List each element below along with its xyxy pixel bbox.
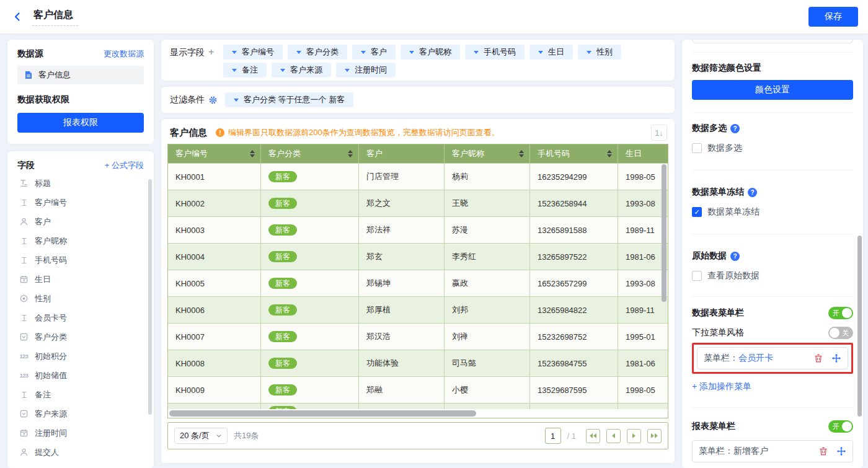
display-field-chip[interactable]: 客户编号 [223,45,283,60]
field-item[interactable]: 客户 [17,212,154,231]
delete-icon[interactable] [818,446,828,456]
field-label: 客户分类 [35,332,67,343]
move-icon[interactable] [831,353,841,363]
sort-arrows-icon[interactable] [250,150,255,157]
save-button[interactable]: 保存 [808,7,858,27]
divider [692,170,853,170]
table-cell: 新客 [261,377,359,403]
display-field-chip[interactable]: 客户分类 [288,45,347,60]
delete-icon[interactable] [813,353,823,363]
display-field-chip[interactable]: 注册时间 [336,63,396,77]
field-label: 会员卡号 [35,312,67,324]
field-item[interactable]: 客户来源 [17,404,154,423]
datasource-name: 客户信息 [38,69,71,81]
table-cell: KH0004 [168,244,261,270]
menu-freeze-checkbox-row[interactable]: 数据菜单冻结 [692,206,853,218]
filter-condition-chip[interactable]: 客户分类 等于任意一个 新客 [225,92,353,107]
fields-scrollbar[interactable] [148,179,152,415]
field-label: 客户 [35,216,51,227]
field-item[interactable]: 手机号码 [17,250,154,270]
multi-select-checkbox-row[interactable]: 数据多选 [692,143,853,154]
field-item[interactable]: 注册时间 [17,423,154,443]
display-field-chip[interactable]: 生日 [529,45,573,60]
display-field-chip[interactable]: 备注 [223,63,267,77]
table-menu-item[interactable]: 菜单栏： 会员开卡 [697,347,848,369]
add-formula-field-link[interactable]: + 公式字段 [105,160,144,171]
table-cell: 1989-11 [618,297,668,323]
sort-order-tool[interactable]: 1↓ [651,125,667,141]
checkbox[interactable] [692,143,702,153]
multi-select-title: 数据多选 ? [692,123,853,134]
column-header[interactable]: 客户分类 [261,144,359,163]
column-header[interactable]: 客户昵称 [445,144,530,163]
select-icon [19,332,29,342]
display-field-chip[interactable]: 客户 [352,45,396,60]
field-item[interactable]: 123初始储值 [17,366,154,385]
field-item[interactable]: 会员卡号 [17,308,154,327]
help-icon[interactable]: ? [730,124,740,133]
table-menu-toggle[interactable]: 开 [828,307,853,319]
table-cell: KH0007 [168,324,261,350]
back-button[interactable] [10,9,25,24]
datasource-item[interactable]: 客户信息 [17,66,144,84]
menu-item-name[interactable]: 会员开卡 [738,353,773,364]
table-cell: 郑厚植 [359,297,445,323]
display-field-chip[interactable]: 手机号码 [465,45,525,60]
gear-icon[interactable] [208,95,218,105]
filter-card: 过滤条件 客户分类 等于任意一个 新客 [161,87,675,113]
table-title: 客户信息 [170,127,207,139]
first-page-button[interactable] [586,429,600,443]
next-page-button[interactable] [627,429,641,443]
table-cell: 新客 [261,297,359,323]
field-item[interactable]: 备注 [17,385,154,404]
fields-card: 字段 + 公式字段 标题客户编号客户客户昵称手机号码生日性别会员卡号客户分类12… [7,151,154,468]
report-menu-item[interactable]: 菜单栏： 新增客户 [692,440,853,462]
table-cell: 小樱 [445,377,530,403]
horizontal-scrollbar[interactable] [169,410,476,417]
dropdown-style-toggle[interactable]: 关 [828,327,853,339]
menu-item-name[interactable]: 新增客户 [733,446,768,457]
settings-scrollbar[interactable] [857,236,862,417]
field-item[interactable]: 生日 [17,270,154,289]
field-item[interactable]: 标题 [17,174,154,193]
text-icon [19,237,29,245]
field-label: 客户昵称 [35,236,67,247]
table-cell: 1998-05 [618,377,668,403]
prev-page-button[interactable] [606,429,621,443]
vertical-scrollbar[interactable] [662,164,666,302]
raw-data-checkbox-row[interactable]: 查看原始数据 [692,270,853,281]
last-page-button[interactable] [647,429,662,443]
move-icon[interactable] [836,446,846,456]
report-menu-toggle[interactable]: 开 [828,420,853,433]
checkbox[interactable] [692,207,702,217]
column-header[interactable]: 生日 [618,144,668,163]
field-item[interactable]: 客户编号 [17,193,154,212]
help-icon[interactable]: ? [730,252,740,261]
report-permission-button[interactable]: 报表权限 [17,113,144,133]
table-cell: 郑之文 [359,190,445,216]
help-icon[interactable]: ? [748,188,757,197]
sort-arrows-icon[interactable] [348,150,353,157]
add-action-menu-link[interactable]: + 添加操作菜单 [692,381,751,392]
field-item[interactable]: 提交人 [17,443,154,462]
sort-arrows-icon[interactable] [607,150,612,157]
page-number-input[interactable]: 1 [545,428,561,444]
column-header[interactable]: 客户编号 [168,144,261,163]
column-header[interactable]: 手机号码 [530,144,618,163]
display-field-chip[interactable]: 性别 [578,45,621,60]
field-item[interactable]: 123初始积分 [17,347,154,366]
table-cell: 新客 [261,324,359,350]
add-display-field-button[interactable]: + [208,45,214,60]
field-item[interactable]: 客户分类 [17,327,154,347]
column-header[interactable]: 客户 [359,144,445,163]
field-item[interactable]: 性别 [17,289,154,308]
display-field-chip[interactable]: 客户昵称 [401,45,460,60]
change-datasource-link[interactable]: 更改数据源 [104,48,144,60]
page-size-select[interactable]: 20 条/页 [174,428,228,444]
color-setting-button[interactable]: 颜色设置 [692,80,853,100]
checkbox[interactable] [692,271,702,281]
sort-arrows-icon[interactable] [519,150,524,157]
field-item[interactable]: 客户昵称 [17,231,154,250]
display-field-chip[interactable]: 客户来源 [272,63,331,77]
preview-warning: ! 编辑界面只取数据源前200条作为查询数据预览，完整数据请访问页面查看。 [216,127,500,138]
